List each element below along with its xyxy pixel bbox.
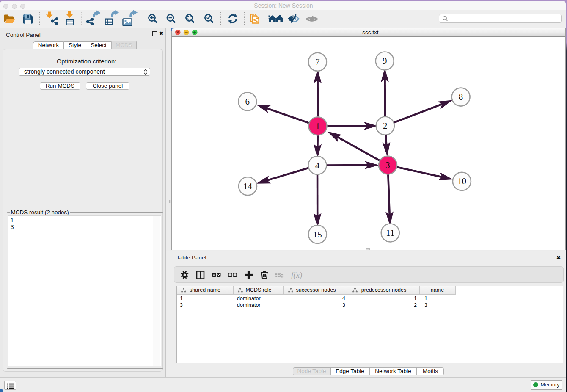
svg-text:f(x): f(x): [291, 271, 302, 280]
svg-text:14: 14: [243, 181, 253, 191]
svg-text:8: 8: [458, 92, 463, 102]
svg-text:9: 9: [382, 56, 387, 66]
svg-text:11: 11: [386, 228, 394, 238]
svg-text:15: 15: [313, 229, 322, 240]
svg-text:3: 3: [385, 160, 390, 170]
svg-text:1: 1: [315, 121, 320, 131]
svg-text:2: 2: [383, 121, 388, 131]
svg-text:7: 7: [315, 57, 320, 67]
svg-text:6: 6: [245, 97, 250, 107]
svg-text:4: 4: [315, 160, 319, 171]
svg-text:10: 10: [457, 176, 466, 186]
